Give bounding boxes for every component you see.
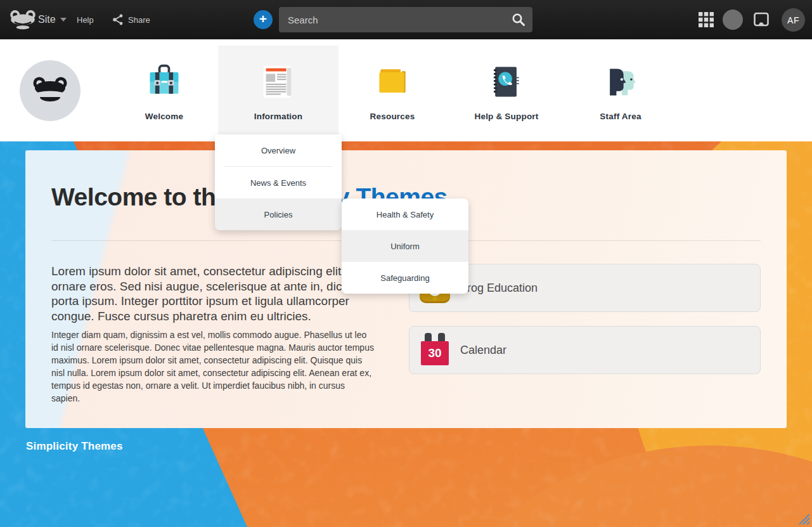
help-button[interactable]: Help [77,0,94,39]
calendar-icon: 30 [420,333,450,367]
submenu-item-uniform[interactable]: Uniform [342,230,468,262]
lead-paragraph: Lorem ipsum dolor sit amet, consectetur … [51,264,383,323]
user-avatar[interactable]: AF [782,8,805,32]
body-paragraph: Integer diam quam, dignissim a est vel, … [51,329,376,405]
site-menu-label: Site [38,14,56,25]
footer-brand: Simplicity Themes [26,440,123,453]
chevron-down-icon [60,18,67,22]
nav-item-resources[interactable]: Resources [332,46,453,134]
policies-submenu: Health & Safety Uniform Safeguarding [342,198,468,294]
calendar-label: Calendar [460,344,506,357]
site-navigation: Welcome [0,39,812,141]
frog-logo-icon [32,76,68,105]
nav-label-welcome: Welcome [145,112,183,121]
status-circle-icon[interactable] [723,10,743,30]
nav-label-staff-area: Staff Area [600,112,641,121]
page-title-prefix: Welcome to the [51,183,236,211]
frog-home-icon[interactable] [9,10,37,30]
folder-icon [373,62,412,101]
site-menu-button[interactable]: Site [38,0,67,39]
two-heads-icon [601,62,640,101]
nav-label-help-support: Help & Support [474,112,538,121]
share-button[interactable]: Share [112,0,150,39]
search-icon[interactable] [511,12,526,27]
nav-item-information[interactable]: Information [218,46,338,134]
nav-item-welcome[interactable]: Welcome [104,46,224,134]
search-input[interactable] [279,15,511,25]
submenu-item-safeguarding[interactable]: Safeguarding [342,262,468,294]
nav-item-staff-area[interactable]: Staff Area [560,46,681,134]
newspaper-icon [259,62,298,101]
site-logo[interactable] [20,60,81,121]
share-label: Share [128,15,150,25]
briefcase-icon [145,62,184,101]
frog-education-label: Frog Education [460,282,538,295]
phonebook-icon [487,62,526,101]
resize-handle-icon[interactable] [796,511,811,526]
add-button[interactable]: + [254,10,273,29]
menu-item-news-events[interactable]: News & Events [215,167,342,198]
calendar-day: 30 [421,341,449,365]
menu-item-overview[interactable]: Overview [215,134,342,166]
submenu-item-health-safety[interactable]: Health & Safety [342,198,468,230]
desktop-icon[interactable] [753,11,770,28]
topbar: Site Help Share + [0,0,812,39]
frog-vle-page: Welcome to the Simplicity Themes Lorem i… [0,0,812,527]
information-dropdown-menu: Overview News & Events Policies [215,134,342,230]
apps-grid-icon[interactable] [699,12,714,27]
nav-item-help-support[interactable]: Help & Support [446,46,567,134]
nav-label-resources: Resources [370,112,415,121]
nav-label-information: Information [254,112,302,121]
search-bar [279,7,532,32]
share-icon [112,13,124,26]
calendar-link[interactable]: 30 Calendar [409,326,761,374]
menu-item-policies[interactable]: Policies [215,198,342,230]
